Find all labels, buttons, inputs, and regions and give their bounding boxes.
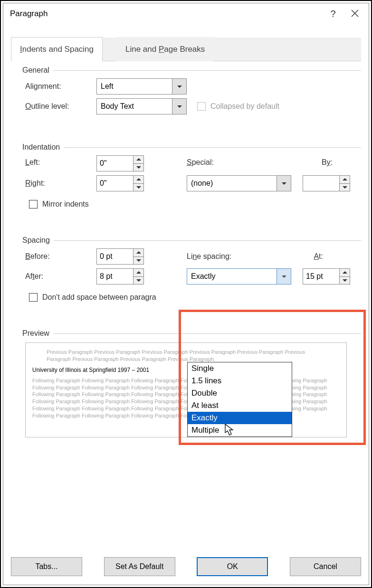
chevron-down-icon[interactable] xyxy=(277,176,291,191)
dropdown-item-at-least[interactable]: At least xyxy=(188,399,292,412)
collapsed-checkbox xyxy=(197,102,206,111)
spin-up-icon[interactable] xyxy=(134,176,143,184)
cancel-button[interactable]: Cancel xyxy=(290,557,361,576)
alignment-select[interactable]: Left xyxy=(96,78,187,95)
spin-up-icon[interactable] xyxy=(340,269,350,277)
special-select[interactable]: (none) xyxy=(187,175,291,191)
right-indent-label: Right: xyxy=(25,179,96,188)
group-spacing: Spacing xyxy=(17,236,50,245)
tab-line-page-breaks[interactable]: Line and Page Breaks xyxy=(116,37,214,61)
paragraph-dialog: Paragraph ? Indents and Spacing Line and… xyxy=(3,3,369,585)
collapsed-label: Collapsed by default xyxy=(210,102,279,111)
chevron-down-icon[interactable] xyxy=(172,79,186,94)
preview-box: Previous Paragraph Previous Paragraph Pr… xyxy=(25,342,347,437)
outline-label: Outline level: xyxy=(25,102,96,111)
line-spacing-select[interactable]: Exactly xyxy=(187,268,291,285)
footer: Tabs... Set As Default OK Cancel xyxy=(11,557,361,576)
spin-up-icon[interactable] xyxy=(134,249,143,257)
spin-down-icon[interactable] xyxy=(340,277,350,285)
tab-indents-spacing[interactable]: Indents and Spacing xyxy=(11,37,103,61)
help-button[interactable]: ? xyxy=(322,9,344,19)
dropdown-item-exactly[interactable]: Exactly xyxy=(188,412,292,424)
alignment-label: Alignment: xyxy=(25,82,96,91)
tabs: Indents and Spacing Line and Page Breaks xyxy=(11,38,361,61)
chevron-down-icon[interactable] xyxy=(172,99,186,114)
spin-up-icon[interactable] xyxy=(340,176,350,184)
left-indent-spinner[interactable]: 0" xyxy=(96,155,144,171)
at-label: At: xyxy=(314,252,323,261)
spin-up-icon[interactable] xyxy=(134,156,143,164)
titlebar: Paragraph ? xyxy=(3,3,369,24)
preview-following-text: Following Paragraph Following Paragraph … xyxy=(32,377,340,419)
dropdown-item-double[interactable]: Double xyxy=(188,387,292,399)
tabs-button[interactable]: Tabs... xyxy=(11,557,82,576)
no-space-between-label: Don't add space between paragra xyxy=(42,293,156,302)
after-spinner[interactable]: 8 pt xyxy=(96,268,144,285)
group-preview: Preview xyxy=(17,329,49,338)
preview-sample-text: University of Illinois at Springfield 19… xyxy=(32,367,340,373)
mirror-indents-checkbox[interactable] xyxy=(29,200,38,209)
after-label: After: xyxy=(25,272,96,281)
before-spinner[interactable]: 0 pt xyxy=(96,248,144,265)
at-spinner[interactable]: 15 pt xyxy=(303,268,350,285)
preview-previous-text: Previous Paragraph Previous Paragraph Pr… xyxy=(32,349,340,363)
left-indent-label: Left: xyxy=(25,155,96,167)
by-label: By: xyxy=(322,155,333,167)
right-indent-spinner[interactable]: 0" xyxy=(96,175,144,191)
group-general: General xyxy=(17,66,49,75)
mirror-indents-label: Mirror indents xyxy=(42,200,89,209)
spin-down-icon[interactable] xyxy=(134,184,143,191)
dropdown-item-multiple[interactable]: Multiple xyxy=(188,424,292,436)
spin-down-icon[interactable] xyxy=(134,277,143,285)
dialog-title: Paragraph xyxy=(10,9,322,19)
spin-down-icon[interactable] xyxy=(340,184,350,191)
set-as-default-button[interactable]: Set As Default xyxy=(104,557,175,576)
group-indentation: Indentation xyxy=(17,143,60,152)
by-spinner[interactable] xyxy=(303,175,350,191)
special-label: Special: xyxy=(187,155,214,167)
line-spacing-dropdown[interactable]: Single 1.5 lines Double At least Exactly… xyxy=(187,362,292,437)
spin-down-icon[interactable] xyxy=(134,257,143,265)
outline-level-select[interactable]: Body Text xyxy=(96,98,187,114)
close-button[interactable] xyxy=(344,9,366,19)
no-space-between-checkbox[interactable] xyxy=(29,293,38,302)
spin-down-icon[interactable] xyxy=(134,164,143,171)
chevron-down-icon[interactable] xyxy=(277,269,291,284)
dropdown-item-single[interactable]: Single xyxy=(188,362,292,375)
before-label: Before: xyxy=(25,252,96,261)
line-spacing-label: Line spacing: xyxy=(187,252,231,261)
spin-up-icon[interactable] xyxy=(134,269,143,277)
dropdown-item-1-5-lines[interactable]: 1.5 lines xyxy=(188,375,292,387)
ok-button[interactable]: OK xyxy=(197,557,268,576)
